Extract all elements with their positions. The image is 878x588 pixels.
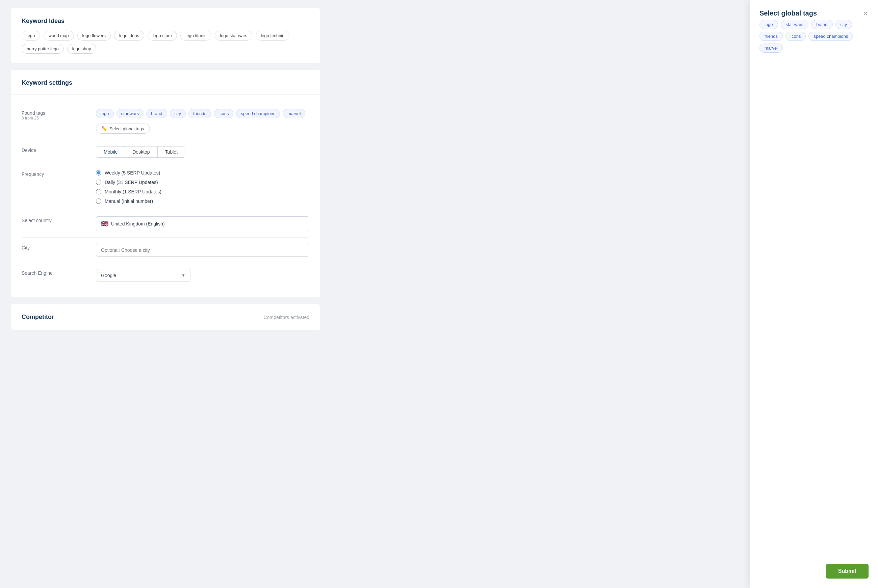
device-option-mobile[interactable]: Mobile xyxy=(96,146,125,158)
city-input[interactable] xyxy=(96,244,309,256)
select-global-tags-button[interactable]: ✏️ Select global tags xyxy=(96,123,150,134)
city-value xyxy=(96,244,309,256)
frequency-option[interactable]: Monthly (1 SERP Updates) xyxy=(96,189,309,194)
found-tag: speed champions xyxy=(236,109,280,118)
keyword-idea-tag[interactable]: harry potter lego xyxy=(22,44,64,54)
panel-tag[interactable]: star wars xyxy=(781,20,809,29)
frequency-option[interactable]: Weekly (5 SERP Updates) xyxy=(96,170,309,176)
panel-tag[interactable]: brand xyxy=(811,20,832,29)
search-engine-row: Search Engine Google ▼ xyxy=(22,263,309,288)
country-row: Select country 🇬🇧 United Kingdom (Englis… xyxy=(22,210,309,238)
panel-title: Select global tags xyxy=(759,9,817,17)
frequency-label-text: Monthly (1 SERP Updates) xyxy=(105,189,161,194)
device-toggle-group: MobileDesktopTablet xyxy=(96,146,309,158)
panel-tag[interactable]: icons xyxy=(785,32,806,41)
found-tags-row-inner: legostar warsbrandcityfriendsiconsspeed … xyxy=(96,109,309,118)
pencil-icon: ✏️ xyxy=(102,126,107,131)
device-option-tablet[interactable]: Tablet xyxy=(158,147,185,157)
found-tag: friends xyxy=(188,109,211,118)
found-tag: lego xyxy=(96,109,114,118)
frequency-option[interactable]: Manual (Initial number) xyxy=(96,198,309,204)
close-button[interactable]: ✕ xyxy=(863,10,869,17)
keyword-settings-card: Keyword settings Found tags 8 from 25 le… xyxy=(11,70,320,297)
device-row: Device MobileDesktopTablet xyxy=(22,140,309,164)
search-engine-label: Search Engine xyxy=(22,269,96,276)
panel-tag[interactable]: friends xyxy=(759,32,783,41)
city-row: City xyxy=(22,238,309,263)
chevron-down-icon: ▼ xyxy=(182,273,185,278)
keyword-idea-tag[interactable]: lego titanic xyxy=(180,31,212,40)
right-panel: Select global tags ✕ legostar warsbrandc… xyxy=(750,0,878,588)
found-tag: brand xyxy=(146,109,167,118)
search-engine-select[interactable]: Google ▼ xyxy=(96,269,191,282)
frequency-label: Frequency xyxy=(22,170,96,177)
keyword-ideas-title: Keyword Ideas xyxy=(22,18,309,25)
panel-tag[interactable]: lego xyxy=(759,20,778,29)
found-tag: icons xyxy=(214,109,233,118)
frequency-label-text: Manual (Initial number) xyxy=(105,198,153,204)
frequency-option[interactable]: Daily (31 SERP Updates) xyxy=(96,180,309,185)
found-tags-label: Found tags 8 from 25 xyxy=(22,109,96,124)
keyword-ideas-list: legoworld maplego flowerslego ideaslego … xyxy=(22,31,309,54)
found-tags-value: legostar warsbrandcityfriendsiconsspeed … xyxy=(96,109,309,134)
submit-button[interactable]: Submit xyxy=(826,564,869,579)
keyword-idea-tag[interactable]: world map xyxy=(44,31,74,40)
frequency-radio[interactable] xyxy=(96,198,101,204)
panel-tag[interactable]: marvel xyxy=(759,44,783,52)
keyword-idea-tag[interactable]: lego shop xyxy=(67,44,96,54)
found-tag: star wars xyxy=(117,109,144,118)
competitors-status: Competitors activated xyxy=(264,315,309,320)
frequency-radio-group: Weekly (5 SERP Updates)Daily (31 SERP Up… xyxy=(96,170,309,204)
keyword-ideas-card: Keyword Ideas legoworld maplego flowersl… xyxy=(11,8,320,63)
found-tag: city xyxy=(170,109,186,118)
panel-tag[interactable]: speed champions xyxy=(809,32,853,41)
frequency-radio[interactable] xyxy=(96,170,101,176)
keyword-idea-tag[interactable]: lego flowers xyxy=(77,31,111,40)
device-toggle: MobileDesktopTablet xyxy=(96,146,185,158)
keyword-settings-title: Keyword settings xyxy=(22,80,309,86)
frequency-label-text: Daily (31 SERP Updates) xyxy=(105,180,158,185)
keyword-idea-tag[interactable]: lego ideas xyxy=(114,31,144,40)
search-engine-value: Google ▼ xyxy=(96,269,309,282)
divider xyxy=(11,94,320,95)
keyword-idea-tag[interactable]: lego xyxy=(22,31,40,40)
panel-tag[interactable]: city xyxy=(836,20,852,29)
frequency-label-text: Weekly (5 SERP Updates) xyxy=(105,170,160,176)
flag-icon: 🇬🇧 xyxy=(101,220,108,228)
keyword-idea-tag[interactable]: lego technic xyxy=(256,31,289,40)
device-option-desktop[interactable]: Desktop xyxy=(125,147,158,157)
found-tag: marvel xyxy=(283,109,305,118)
panel-tags: legostar warsbrandcityfriendsiconsspeed … xyxy=(759,20,869,52)
competitor-card: Competitor Competitors activated xyxy=(11,304,320,330)
frequency-radio[interactable] xyxy=(96,189,101,194)
device-label: Device xyxy=(22,146,96,153)
country-select[interactable]: 🇬🇧 United Kingdom (English) xyxy=(96,216,309,231)
panel-header: Select global tags ✕ xyxy=(759,9,869,17)
frequency-options: Weekly (5 SERP Updates)Daily (31 SERP Up… xyxy=(96,170,309,204)
competitor-title: Competitor xyxy=(22,314,54,321)
keyword-idea-tag[interactable]: lego star wars xyxy=(215,31,252,40)
frequency-row: Frequency Weekly (5 SERP Updates)Daily (… xyxy=(22,164,309,210)
competitor-row: Competitor Competitors activated xyxy=(22,314,309,321)
keyword-idea-tag[interactable]: lego store xyxy=(147,31,177,40)
country-label: Select country xyxy=(22,216,96,223)
country-value: 🇬🇧 United Kingdom (English) xyxy=(96,216,309,231)
found-tags-row: Found tags 8 from 25 legostar warsbrandc… xyxy=(22,103,309,140)
frequency-radio[interactable] xyxy=(96,180,101,185)
city-label: City xyxy=(22,244,96,250)
